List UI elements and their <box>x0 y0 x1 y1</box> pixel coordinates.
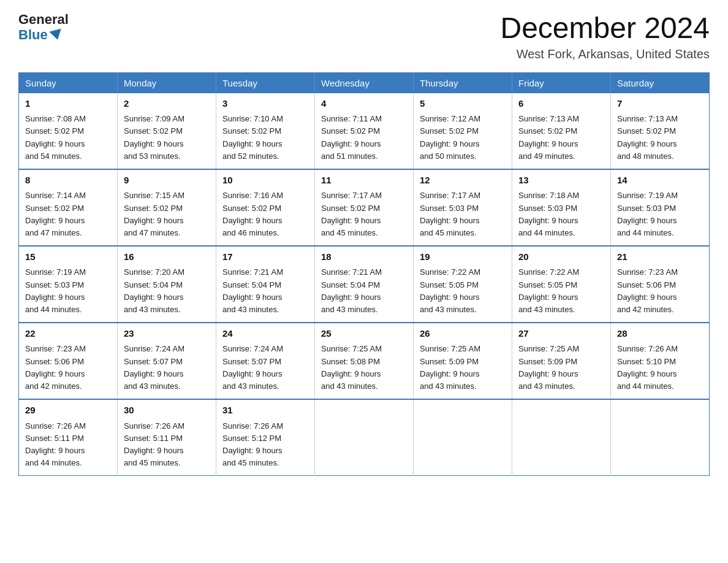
calendar-table: SundayMondayTuesdayWednesdayThursdayFrid… <box>18 72 710 476</box>
day-number: 29 <box>25 404 111 418</box>
day-info: Sunrise: 7:23 AMSunset: 5:06 PMDaylight:… <box>617 267 678 313</box>
day-number: 25 <box>321 327 407 341</box>
day-number: 7 <box>617 97 703 111</box>
calendar-cell: 4 Sunrise: 7:11 AMSunset: 5:02 PMDayligh… <box>315 93 414 169</box>
calendar-cell: 20 Sunrise: 7:22 AMSunset: 5:05 PMDaylig… <box>512 246 611 323</box>
day-info: Sunrise: 7:25 AMSunset: 5:09 PMDaylight:… <box>420 344 480 390</box>
day-info: Sunrise: 7:22 AMSunset: 5:05 PMDaylight:… <box>420 267 480 313</box>
week-row-5: 29 Sunrise: 7:26 AMSunset: 5:11 PMDaylig… <box>19 399 710 476</box>
page-header: General Blue December 2024 West Fork, Ar… <box>18 12 710 61</box>
day-info: Sunrise: 7:21 AMSunset: 5:04 PMDaylight:… <box>222 267 283 313</box>
day-info: Sunrise: 7:23 AMSunset: 5:06 PMDaylight:… <box>25 344 86 390</box>
day-info: Sunrise: 7:18 AMSunset: 5:03 PMDaylight:… <box>518 191 579 237</box>
week-row-1: 1 Sunrise: 7:08 AMSunset: 5:02 PMDayligh… <box>19 93 710 169</box>
calendar-cell: 12 Sunrise: 7:17 AMSunset: 5:03 PMDaylig… <box>414 169 512 246</box>
day-info: Sunrise: 7:26 AMSunset: 5:11 PMDaylight:… <box>124 421 184 467</box>
calendar-cell <box>414 399 512 476</box>
calendar-cell: 14 Sunrise: 7:19 AMSunset: 5:03 PMDaylig… <box>611 169 710 246</box>
logo: General Blue <box>18 12 69 43</box>
day-info: Sunrise: 7:19 AMSunset: 5:03 PMDaylight:… <box>617 191 678 237</box>
day-number: 11 <box>321 174 407 188</box>
calendar-cell: 15 Sunrise: 7:19 AMSunset: 5:03 PMDaylig… <box>19 246 118 323</box>
calendar-cell <box>611 399 710 476</box>
calendar-cell: 21 Sunrise: 7:23 AMSunset: 5:06 PMDaylig… <box>611 246 710 323</box>
title-block: December 2024 West Fork, Arkansas, Unite… <box>500 12 710 61</box>
day-number: 17 <box>222 250 308 264</box>
day-number: 30 <box>124 404 210 418</box>
weekday-header-row: SundayMondayTuesdayWednesdayThursdayFrid… <box>19 72 710 93</box>
calendar-cell: 16 Sunrise: 7:20 AMSunset: 5:04 PMDaylig… <box>118 246 216 323</box>
day-number: 8 <box>25 174 111 188</box>
calendar-cell: 18 Sunrise: 7:21 AMSunset: 5:04 PMDaylig… <box>315 246 414 323</box>
day-info: Sunrise: 7:14 AMSunset: 5:02 PMDaylight:… <box>25 191 86 237</box>
day-info: Sunrise: 7:08 AMSunset: 5:02 PMDaylight:… <box>25 114 86 160</box>
weekday-header-tuesday: Tuesday <box>216 72 315 93</box>
day-number: 27 <box>518 327 604 341</box>
day-info: Sunrise: 7:21 AMSunset: 5:04 PMDaylight:… <box>321 267 382 313</box>
day-info: Sunrise: 7:17 AMSunset: 5:03 PMDaylight:… <box>420 191 480 237</box>
calendar-cell: 5 Sunrise: 7:12 AMSunset: 5:02 PMDayligh… <box>414 93 512 169</box>
day-number: 1 <box>25 97 111 111</box>
day-info: Sunrise: 7:15 AMSunset: 5:02 PMDaylight:… <box>124 191 184 237</box>
day-number: 13 <box>518 174 604 188</box>
calendar-cell: 2 Sunrise: 7:09 AMSunset: 5:02 PMDayligh… <box>118 93 216 169</box>
calendar-cell: 23 Sunrise: 7:24 AMSunset: 5:07 PMDaylig… <box>118 323 216 399</box>
calendar-cell: 26 Sunrise: 7:25 AMSunset: 5:09 PMDaylig… <box>414 323 512 399</box>
day-info: Sunrise: 7:24 AMSunset: 5:07 PMDaylight:… <box>222 344 283 390</box>
location-title: West Fork, Arkansas, United States <box>500 47 710 61</box>
day-info: Sunrise: 7:17 AMSunset: 5:02 PMDaylight:… <box>321 191 382 237</box>
day-info: Sunrise: 7:11 AMSunset: 5:02 PMDaylight:… <box>321 114 382 160</box>
week-row-2: 8 Sunrise: 7:14 AMSunset: 5:02 PMDayligh… <box>19 169 710 246</box>
logo-triangle-icon <box>49 29 63 42</box>
weekday-header-monday: Monday <box>118 72 216 93</box>
calendar-cell: 6 Sunrise: 7:13 AMSunset: 5:02 PMDayligh… <box>512 93 611 169</box>
week-row-4: 22 Sunrise: 7:23 AMSunset: 5:06 PMDaylig… <box>19 323 710 399</box>
calendar-cell: 11 Sunrise: 7:17 AMSunset: 5:02 PMDaylig… <box>315 169 414 246</box>
day-number: 21 <box>617 250 703 264</box>
day-number: 20 <box>518 250 604 264</box>
day-number: 9 <box>124 174 210 188</box>
day-info: Sunrise: 7:25 AMSunset: 5:09 PMDaylight:… <box>518 344 579 390</box>
day-info: Sunrise: 7:20 AMSunset: 5:04 PMDaylight:… <box>124 267 184 313</box>
calendar-cell: 1 Sunrise: 7:08 AMSunset: 5:02 PMDayligh… <box>19 93 118 169</box>
day-number: 26 <box>420 327 506 341</box>
calendar-cell: 27 Sunrise: 7:25 AMSunset: 5:09 PMDaylig… <box>512 323 611 399</box>
day-info: Sunrise: 7:26 AMSunset: 5:12 PMDaylight:… <box>222 421 283 467</box>
calendar-cell: 7 Sunrise: 7:13 AMSunset: 5:02 PMDayligh… <box>611 93 710 169</box>
day-info: Sunrise: 7:12 AMSunset: 5:02 PMDaylight:… <box>420 114 480 160</box>
day-number: 14 <box>617 174 703 188</box>
calendar-cell <box>512 399 611 476</box>
day-number: 23 <box>124 327 210 341</box>
calendar-cell <box>315 399 414 476</box>
day-number: 2 <box>124 97 210 111</box>
weekday-header-saturday: Saturday <box>611 72 710 93</box>
calendar-cell: 13 Sunrise: 7:18 AMSunset: 5:03 PMDaylig… <box>512 169 611 246</box>
day-number: 19 <box>420 250 506 264</box>
weekday-header-friday: Friday <box>512 72 611 93</box>
calendar-cell: 30 Sunrise: 7:26 AMSunset: 5:11 PMDaylig… <box>118 399 216 476</box>
calendar-cell: 10 Sunrise: 7:16 AMSunset: 5:02 PMDaylig… <box>216 169 315 246</box>
day-info: Sunrise: 7:24 AMSunset: 5:07 PMDaylight:… <box>124 344 184 390</box>
day-number: 31 <box>222 404 308 418</box>
calendar-cell: 31 Sunrise: 7:26 AMSunset: 5:12 PMDaylig… <box>216 399 315 476</box>
day-info: Sunrise: 7:22 AMSunset: 5:05 PMDaylight:… <box>518 267 579 313</box>
calendar-cell: 3 Sunrise: 7:10 AMSunset: 5:02 PMDayligh… <box>216 93 315 169</box>
day-info: Sunrise: 7:10 AMSunset: 5:02 PMDaylight:… <box>222 114 283 160</box>
weekday-header-thursday: Thursday <box>414 72 512 93</box>
day-info: Sunrise: 7:16 AMSunset: 5:02 PMDaylight:… <box>222 191 283 237</box>
day-info: Sunrise: 7:25 AMSunset: 5:08 PMDaylight:… <box>321 344 382 390</box>
calendar-cell: 19 Sunrise: 7:22 AMSunset: 5:05 PMDaylig… <box>414 246 512 323</box>
logo-blue-text: Blue <box>18 27 63 43</box>
day-number: 15 <box>25 250 111 264</box>
day-number: 22 <box>25 327 111 341</box>
day-number: 16 <box>124 250 210 264</box>
calendar-cell: 28 Sunrise: 7:26 AMSunset: 5:10 PMDaylig… <box>611 323 710 399</box>
day-number: 6 <box>518 97 604 111</box>
calendar-cell: 8 Sunrise: 7:14 AMSunset: 5:02 PMDayligh… <box>19 169 118 246</box>
weekday-header-sunday: Sunday <box>19 72 118 93</box>
logo-general-text: General <box>18 12 69 27</box>
day-number: 5 <box>420 97 506 111</box>
day-info: Sunrise: 7:13 AMSunset: 5:02 PMDaylight:… <box>518 114 579 160</box>
day-number: 18 <box>321 250 407 264</box>
day-info: Sunrise: 7:09 AMSunset: 5:02 PMDaylight:… <box>124 114 184 160</box>
